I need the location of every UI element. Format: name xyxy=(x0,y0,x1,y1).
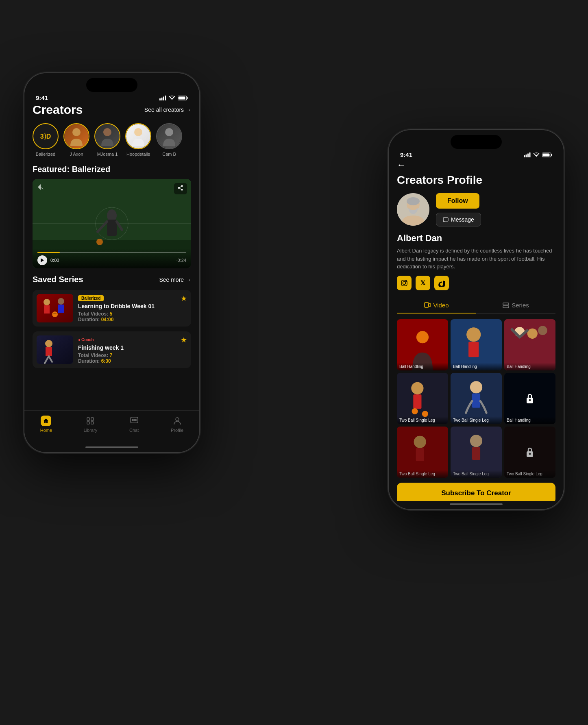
svg-rect-88 xyxy=(472,447,480,460)
instagram-button[interactable] xyxy=(397,276,412,290)
library-svg xyxy=(86,416,95,425)
svg-rect-6 xyxy=(179,96,185,99)
svg-point-92 xyxy=(529,453,531,455)
svg-rect-78 xyxy=(472,393,480,407)
series-thumb-svg-2 xyxy=(37,335,73,364)
nav-item-library[interactable]: Library xyxy=(84,416,98,433)
video-grid-item-9[interactable]: Two Ball Single Leg xyxy=(504,427,555,478)
series-card-1[interactable]: Ballerized Learning to Dribble Week 01 T… xyxy=(33,290,191,327)
svg-point-39 xyxy=(133,420,135,421)
back-button[interactable]: ← xyxy=(389,160,564,174)
series-tab-icon xyxy=(503,303,509,308)
svg-point-84 xyxy=(414,435,426,448)
home-svg xyxy=(43,417,49,425)
series-meta-total-2: Total Videos: 7 xyxy=(78,353,187,358)
nav-item-chat[interactable]: Chat xyxy=(129,416,139,433)
tab-series-label: Series xyxy=(512,302,529,309)
series-name-1: Learning to Dribble Week 01 xyxy=(78,303,187,309)
svg-rect-21 xyxy=(37,294,73,322)
series-name-2: Finishing week 1 xyxy=(78,344,187,351)
video-grid-item-8[interactable]: Two Ball Single Leg xyxy=(451,427,502,478)
video-grid-item-3[interactable]: Ball Handling xyxy=(504,319,555,370)
creator-item-mjosma[interactable]: MJosma 1 xyxy=(94,123,120,157)
series-badge-2: ●Coach xyxy=(78,337,97,343)
grid-label-4: Two Ball Single Leg xyxy=(397,416,448,424)
svg-rect-57 xyxy=(503,303,509,305)
svg-rect-35 xyxy=(87,422,89,424)
dynamic-island-right xyxy=(451,135,502,149)
video-grid-item-6[interactable]: Ball Handling xyxy=(504,373,555,424)
content-tabs: Video Series xyxy=(397,298,555,314)
series-card-2[interactable]: ●Coach Finishing week 1 Total Videos: 7 … xyxy=(33,331,191,368)
creator-avatar-mjosma xyxy=(94,123,120,149)
message-icon xyxy=(443,217,449,222)
creator-item-hoopdetails[interactable]: Hoopdetails xyxy=(125,123,151,157)
creator-avatar-ballerized: 3⟩D xyxy=(33,123,59,149)
video-controls: 0:00 -0:24 xyxy=(33,248,191,268)
svg-rect-34 xyxy=(91,418,94,420)
star-icon-1[interactable]: ★ xyxy=(181,294,187,303)
svg-point-10 xyxy=(165,128,173,136)
svg-rect-33 xyxy=(87,418,89,420)
wifi-icon-right xyxy=(533,152,540,157)
follow-button[interactable]: Follow xyxy=(436,193,479,209)
play-button[interactable] xyxy=(37,255,47,265)
message-button[interactable]: Message xyxy=(436,213,481,226)
creator-item-ballerized[interactable]: 3⟩D Ballerized xyxy=(33,123,59,157)
video-tab-icon xyxy=(424,302,431,308)
left-phone-screen: 9:41 xyxy=(24,73,199,452)
person-silhouette-1 xyxy=(68,126,85,146)
svg-rect-73 xyxy=(413,394,421,408)
video-grid-item-7[interactable]: Two Ball Single Leg xyxy=(397,427,448,478)
svg-point-72 xyxy=(411,382,423,394)
tiktok-button[interactable] xyxy=(434,276,449,290)
featured-header: Featured: Ballerized xyxy=(33,165,191,174)
video-grid-item-4[interactable]: Two Ball Single Leg xyxy=(397,373,448,424)
library-icon xyxy=(85,416,96,426)
creator-item-camb[interactable]: Cam B xyxy=(156,123,182,157)
creator-name-ballerized: Ballerized xyxy=(36,152,55,157)
battery-icon-right xyxy=(542,152,552,157)
svg-rect-48 xyxy=(543,153,550,156)
svg-rect-2 xyxy=(163,96,164,100)
creators-row: 3⟩D Ballerized xyxy=(33,123,191,157)
creator-name-jaxon: J Axon xyxy=(70,152,83,157)
star-icon-2[interactable]: ★ xyxy=(181,335,187,344)
grid-label-8: Two Ball Single Leg xyxy=(451,470,502,478)
profile-icon xyxy=(172,416,183,426)
progress-bar[interactable] xyxy=(37,252,186,253)
see-more-link[interactable]: See more → xyxy=(159,277,191,283)
right-phone: 9:41 xyxy=(389,130,564,509)
tab-video[interactable]: Video xyxy=(397,298,476,314)
svg-rect-30 xyxy=(46,347,52,356)
see-all-creators-link[interactable]: See all creators → xyxy=(144,107,191,113)
tab-series[interactable]: Series xyxy=(476,298,555,313)
left-screen-content: Creators See all creators → 3⟩D Balleriz… xyxy=(24,103,199,410)
nav-item-home[interactable]: Home xyxy=(40,416,52,433)
nav-label-home: Home xyxy=(40,428,52,433)
video-grid-item-5[interactable]: Two Ball Single Leg xyxy=(451,373,502,424)
avatar-j-bg xyxy=(64,124,89,148)
video-grid-item-1[interactable]: Ball Handling xyxy=(397,319,448,370)
video-grid-item-2[interactable]: Ball Handling xyxy=(451,319,502,370)
svg-point-74 xyxy=(412,408,418,414)
featured-video-thumb[interactable]: 0:00 -0:24 xyxy=(33,179,191,268)
tab-video-label: Video xyxy=(433,302,449,309)
creator-avatar-jaxon xyxy=(63,123,89,149)
signal-icon-right xyxy=(524,152,531,157)
nav-item-profile[interactable]: Profile xyxy=(171,416,183,433)
lock-icon-9 xyxy=(525,446,535,458)
saved-series-header: Saved Series See more → xyxy=(33,275,191,284)
x-twitter-button[interactable]: 𝕏 xyxy=(416,276,430,290)
grid-label-7: Two Ball Single Leg xyxy=(397,470,448,478)
subscribe-to-creator-button[interactable]: Subscribe To Creator xyxy=(397,483,555,501)
svg-rect-5 xyxy=(187,97,188,99)
profile-avatar xyxy=(397,193,429,226)
wifi-icon xyxy=(169,96,175,100)
dynamic-island-left xyxy=(86,78,137,92)
svg-point-40 xyxy=(135,420,136,421)
creator-item-jaxon[interactable]: J Axon xyxy=(63,123,89,157)
person-silhouette-2 xyxy=(99,126,115,146)
featured-title: Featured: Ballerized xyxy=(33,165,110,174)
rewind-icon xyxy=(37,183,45,191)
